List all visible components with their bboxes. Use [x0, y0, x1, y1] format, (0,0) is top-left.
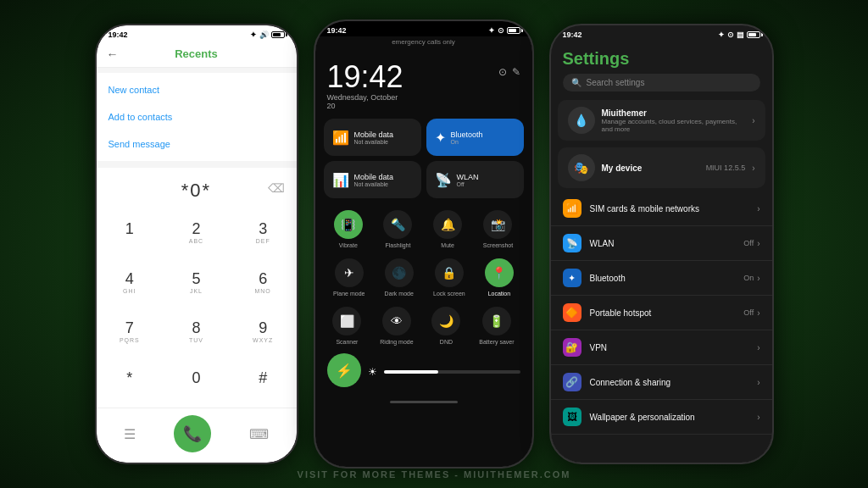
- left-header: ← Recents: [97, 41, 297, 68]
- dial-key-star[interactable]: *: [97, 361, 164, 405]
- mobile-data2-icon: 📊: [332, 172, 349, 188]
- qs-tiles-grid: 📶 Mobile data Not available ✦ Bluetooth …: [315, 114, 532, 203]
- contacts-icon[interactable]: ☰: [124, 426, 136, 442]
- center-status-icons: ✦ ⊙: [488, 26, 520, 35]
- dial-key-9[interactable]: 9WXYZ: [230, 311, 297, 361]
- lockscreen-toggle[interactable]: 🔒 Lock screen: [433, 258, 465, 297]
- settings-item-sim[interactable]: 📶 SIM cards & mobile networks ›: [551, 191, 772, 226]
- bluetooth-chevron: ›: [757, 274, 760, 283]
- qs-tile-wlan[interactable]: 📡 WLAN Off: [426, 161, 524, 198]
- qs-icon-row3: ⬜ Scanner 👁 Riding mode 🌙 DND 🔋 Battery …: [315, 300, 532, 348]
- flashlight-toggle[interactable]: 🔦 Flashlight: [383, 210, 412, 248]
- hotspot-chevron: ›: [757, 308, 760, 318]
- qs-icon-row1: 📳 Vibrate 🔦 Flashlight 🔔 Mute 📸 Screensh…: [315, 203, 532, 252]
- device-name: My device: [602, 164, 699, 173]
- miuithemer-name: Miuithemer: [602, 108, 746, 118]
- settings-item-hotspot[interactable]: 🔶 Portable hotspot Off ›: [551, 296, 772, 330]
- dial-key-3[interactable]: 3DEF: [230, 212, 297, 262]
- darkmode-icon: 🌑: [385, 258, 414, 287]
- settings-item-wlan[interactable]: 📡 WLAN Off ›: [551, 226, 772, 261]
- vibrate-toggle[interactable]: 📳 Vibrate: [334, 210, 363, 248]
- riding-toggle[interactable]: 👁 Riding mode: [380, 307, 413, 345]
- hotspot-name: Portable hotspot: [590, 308, 736, 318]
- settings-shortcut-icon[interactable]: ⊙: [498, 66, 507, 78]
- qs-icon-row2: ✈ Plane mode 🌑 Dark mode 🔒 Lock screen 📍…: [315, 252, 532, 300]
- right-alarm-icon: ⊙: [727, 30, 734, 39]
- phone-center: 19:42 ✦ ⊙ emergency calls only 19:42 Wed…: [314, 19, 534, 469]
- dial-key-8[interactable]: 8TUV: [163, 311, 230, 361]
- keypad-icon[interactable]: ⌨: [249, 426, 269, 442]
- right-battery-icon: [747, 31, 760, 38]
- back-arrow-icon[interactable]: ←: [107, 47, 119, 61]
- edit-shortcut-icon[interactable]: ✎: [512, 66, 520, 78]
- bluetooth-qs-sub: On: [451, 139, 483, 145]
- quick-action-button[interactable]: ⚡: [327, 353, 361, 387]
- center-date: Wednesday, October20: [327, 93, 403, 110]
- dnd-toggle[interactable]: 🌙 DND: [431, 307, 460, 345]
- battery-toggle[interactable]: 🔋 Battery saver: [479, 307, 514, 345]
- add-to-contacts-item[interactable]: Add to contacts: [97, 103, 297, 130]
- scanner-icon: ⬜: [332, 307, 361, 336]
- bluetooth-qs-icon: ✦: [435, 130, 446, 146]
- settings-item-wallpaper[interactable]: 🖼 Wallpaper & personalization ›: [551, 400, 772, 435]
- darkmode-label: Dark mode: [385, 291, 414, 297]
- dial-key-5[interactable]: 5JKL: [163, 262, 230, 312]
- wlan-name: WLAN: [590, 239, 736, 248]
- brightness-icon: ☀: [368, 366, 377, 378]
- dial-key-7[interactable]: 7PQRS: [97, 311, 164, 361]
- settings-list: 📶 SIM cards & mobile networks › 📡 WLAN O…: [551, 191, 772, 463]
- miuithemer-account-item[interactable]: 💧 Miuithemer Manage accounts, cloud serv…: [558, 100, 765, 141]
- battery-icon: [271, 31, 285, 38]
- dial-key-6[interactable]: 6MNO: [230, 262, 297, 312]
- send-message-item[interactable]: Send message: [97, 130, 297, 158]
- mute-toggle[interactable]: 🔔 Mute: [433, 210, 462, 248]
- dialer-grid: 1 2ABC 3DEF 4GHI 5JKL 6MNO 7PQRS 8TUV 9W…: [97, 208, 297, 408]
- qs-tile-mobile-data2[interactable]: 📊 Mobile data Not available: [324, 161, 421, 198]
- dnd-label: DND: [440, 339, 453, 345]
- left-screen: 19:42 ✦ 🔊 ← Recents New contact Add to c…: [97, 25, 297, 463]
- search-icon: 🔍: [571, 78, 581, 87]
- darkmode-toggle[interactable]: 🌑 Dark mode: [385, 258, 414, 297]
- device-text: My device: [602, 164, 699, 173]
- settings-search-bar[interactable]: 🔍 Search settings: [563, 74, 760, 92]
- qs-tile-mobile-data[interactable]: 📶 Mobile data Not available: [324, 119, 421, 156]
- dial-key-hash[interactable]: #: [230, 361, 297, 405]
- right-signal-icon: ▤: [737, 30, 744, 39]
- new-contact-item[interactable]: New contact: [97, 76, 297, 103]
- wlan-value: Off: [743, 239, 754, 247]
- bluetooth-value: On: [743, 274, 754, 282]
- flashlight-label: Flashlight: [385, 242, 410, 248]
- phone-left: 19:42 ✦ 🔊 ← Recents New contact Add to c…: [95, 24, 298, 464]
- dial-key-2[interactable]: 2ABC: [163, 212, 230, 262]
- settings-item-connection[interactable]: 🔗 Connection & sharing ›: [551, 365, 772, 400]
- hotspot-icon: 🔶: [563, 303, 581, 322]
- settings-item-vpn[interactable]: 🔐 VPN ›: [551, 330, 772, 365]
- dial-key-1[interactable]: 1: [97, 212, 164, 262]
- vibrate-label: Vibrate: [339, 242, 358, 248]
- dnd-icon: 🌙: [431, 307, 460, 336]
- wlan-qs-sub: Off: [457, 181, 479, 187]
- settings-item-bluetooth[interactable]: ✦ Bluetooth On ›: [551, 261, 772, 296]
- flashlight-icon: 🔦: [383, 210, 412, 239]
- brightness-bar[interactable]: [384, 370, 520, 374]
- my-device-item[interactable]: 🎭 My device MIUI 12.5.5 ›: [558, 147, 765, 188]
- sound-status-icon: 🔊: [259, 30, 269, 39]
- scanner-toggle[interactable]: ⬜ Scanner: [332, 307, 361, 345]
- bluetooth-settings-icon: ✦: [563, 269, 581, 287]
- call-button[interactable]: 📞: [174, 415, 211, 452]
- delete-icon[interactable]: ⌫: [268, 181, 285, 195]
- wallpaper-name: Wallpaper & personalization: [590, 413, 749, 422]
- screenshot-toggle[interactable]: 📸 Screenshot: [483, 210, 513, 248]
- dial-key-4[interactable]: 4GHI: [97, 262, 164, 312]
- dial-key-0[interactable]: 0: [163, 361, 230, 405]
- dialer-display: *0* ⌫: [97, 168, 297, 208]
- battery-label: Battery saver: [479, 339, 514, 345]
- plane-icon: ✈: [335, 258, 364, 287]
- screenshot-icon: 📸: [483, 210, 512, 239]
- wallpaper-chevron: ›: [757, 413, 760, 422]
- miuithemer-avatar: 💧: [568, 107, 595, 134]
- dialer-number: *0*: [181, 180, 211, 201]
- location-toggle[interactable]: 📍 Location: [485, 258, 514, 297]
- plane-toggle[interactable]: ✈ Plane mode: [333, 258, 364, 297]
- qs-tile-bluetooth[interactable]: ✦ Bluetooth On: [426, 119, 524, 156]
